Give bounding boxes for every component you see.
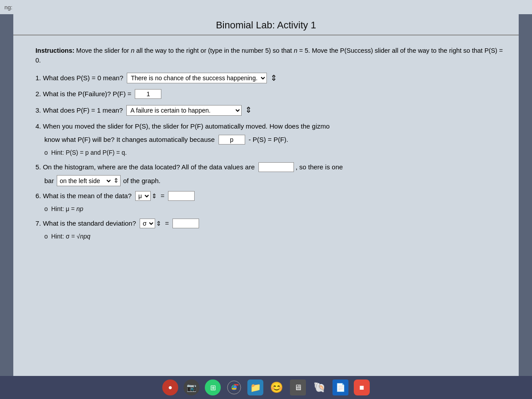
q5-label: 5. On the histogram, where are the data … (35, 162, 257, 172)
question-5: 5. On the histogram, where are the data … (35, 162, 505, 186)
q1-arrow: ⇕ (270, 72, 277, 85)
q7-label: 7. What is the standard deviation? (35, 218, 138, 229)
q4-label2: know what P(F) will be? It changes autom… (44, 134, 217, 145)
q7-sigma-select-wrapper[interactable]: σ μ ⇕ (140, 219, 161, 228)
q5-location-select[interactable]: on the left side on the right side in th… (57, 176, 112, 186)
q3-label: 3. What does P(F) = 1 mean? (35, 105, 125, 116)
q6-equals: = (159, 191, 166, 201)
taskbar-red-app-icon[interactable]: ■ (354, 379, 370, 395)
q7-hint-bullet: o (44, 233, 48, 240)
red-app-symbol: ■ (360, 383, 364, 392)
q1-answer-select[interactable]: There is no chance of the success happen… (127, 73, 267, 83)
question-7: 7. What is the standard deviation? σ μ ⇕… (35, 218, 505, 241)
q4-label: 4. When you moved the slider for P(S), t… (35, 121, 330, 132)
q7-equals: = (163, 218, 171, 229)
q1-label: 1. What does P(S) = 0 mean? (35, 73, 125, 83)
taskbar-shell-icon[interactable]: 🐚 (311, 379, 327, 395)
q4-hint: o Hint: P(S) = p and P(F) = q. (44, 148, 505, 157)
q4-suffix: - P(S) = P(F). (247, 134, 289, 145)
q4-hint-bullet: o (44, 149, 48, 156)
instructions-text: Instructions: Move the slider for n all … (35, 46, 505, 66)
q7-hint-text: Hint: σ = √npq (50, 233, 90, 240)
q2-label: 2. What is the P(Failure)? P(F) = (35, 89, 133, 99)
taskbar: ● 📷 ⊞ 📁 😊 🖥 🐚 📄 ■ (0, 376, 532, 399)
question-2: 2. What is the P(Failure)? P(F) = (35, 89, 505, 99)
q7-hint: o Hint: σ = √npq (44, 231, 505, 241)
question-1: 1. What does P(S) = 0 mean? There is no … (35, 72, 505, 85)
page-title: Binomial Lab: Activity 1 (216, 20, 316, 31)
avatar-symbol: 😊 (270, 381, 283, 394)
q2-answer-input[interactable] (135, 89, 161, 99)
q6-mu-select[interactable]: μ σ (135, 191, 151, 201)
taskbar-apps-icon[interactable]: ⊞ (205, 379, 221, 395)
q5-of-graph: of the graph. (123, 176, 160, 186)
launcher-symbol: ● (168, 383, 172, 391)
q7-sigma-arrows: ⇕ (156, 219, 161, 228)
q7-sigma-select[interactable]: σ μ (140, 219, 155, 228)
q6-mu-arrows: ⇕ (152, 191, 157, 201)
q4-hint-text: Hint: P(S) = p and P(F) = q. (50, 149, 127, 156)
taskbar-files-icon[interactable]: 📄 (332, 379, 348, 395)
question-4: 4. When you moved the slider for P(S), t… (35, 121, 505, 157)
q6-hint: o Hint: μ = np (44, 204, 505, 214)
question-6: 6. What is the mean of the data? μ σ ⇕ =… (35, 191, 505, 214)
taskbar-avatar-icon[interactable]: 😊 (269, 379, 285, 395)
q5-select-arrows: ⇕ (112, 176, 120, 185)
q3-arrow: ⇕ (245, 104, 252, 117)
q5-suffix: , so there is one (296, 162, 343, 172)
taskbar-chrome-icon[interactable] (226, 379, 242, 395)
q6-answer-input[interactable] (168, 191, 195, 201)
taskbar-folder-icon[interactable]: 📁 (247, 379, 263, 395)
q6-hint-text: Hint: μ = np (50, 205, 83, 212)
q5-bar-label: bar (44, 176, 54, 186)
chrome-svg (227, 380, 241, 395)
q6-label: 6. What is the mean of the data? (35, 191, 133, 201)
q4-answer-input[interactable] (219, 135, 245, 145)
q5-answer-input[interactable] (258, 162, 294, 172)
taskbar-launcher-icon[interactable]: ● (162, 379, 178, 395)
q6-mu-select-wrapper[interactable]: μ σ ⇕ (135, 191, 157, 201)
apps-symbol: ⊞ (210, 383, 216, 392)
camera-symbol: 📷 (187, 383, 196, 392)
q7-answer-input[interactable] (172, 219, 199, 228)
monitor-symbol: 🖥 (294, 383, 302, 392)
q6-hint-bullet: o (44, 205, 48, 212)
ng-label: ng: (4, 4, 12, 11)
files-symbol: 📄 (336, 383, 345, 392)
taskbar-camera-icon[interactable]: 📷 (184, 379, 200, 395)
q5-location-select-wrapper[interactable]: on the left side on the right side in th… (57, 175, 121, 186)
q3-answer-select[interactable]: A failure is certain to happen. Failure … (126, 105, 242, 116)
shell-symbol: 🐚 (313, 382, 325, 393)
question-3: 3. What does P(F) = 1 mean? A failure is… (35, 104, 505, 117)
taskbar-monitor-icon[interactable]: 🖥 (290, 379, 306, 395)
folder-symbol: 📁 (250, 382, 261, 393)
